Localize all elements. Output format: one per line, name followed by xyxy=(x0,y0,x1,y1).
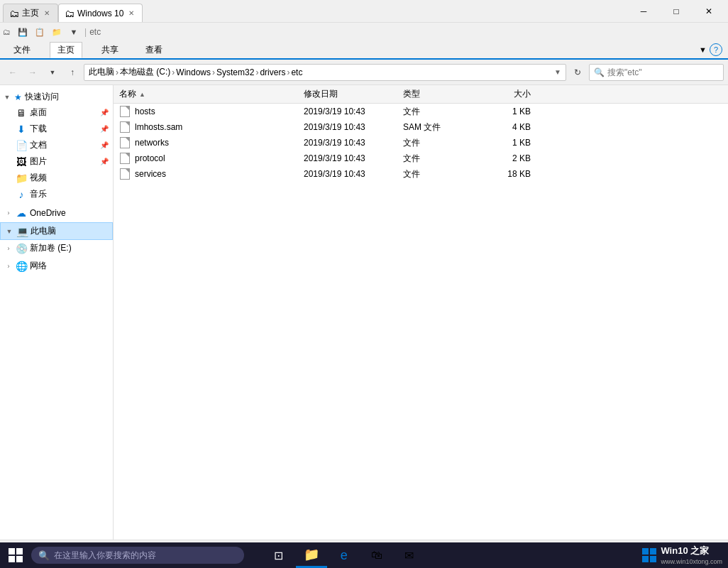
search-box[interactable]: 🔍 xyxy=(589,64,724,81)
file-name-protocol: protocol xyxy=(119,153,304,164)
download-pin-icon: 📌 xyxy=(100,125,109,133)
path-etc[interactable]: etc xyxy=(291,67,302,77)
sidebar: ▼ ★ 快速访问 🖥 桌面 📌 ⬇ 下载 📌 📄 文档 📌 xyxy=(0,85,114,540)
sidebar-item-onedrive[interactable]: › ☁ OneDrive xyxy=(0,205,113,221)
close-button[interactable]: ✕ xyxy=(693,0,725,23)
sidebar-desktop-label: 桌面 xyxy=(30,106,97,119)
tab-windows10-label: Windows 10 xyxy=(77,9,123,18)
sidebar-item-edrive[interactable]: › 💿 新加卷 (E:) xyxy=(0,240,113,256)
path-dropdown-arrow[interactable]: ▼ xyxy=(554,68,561,76)
quick-copy-btn[interactable]: 📋 xyxy=(32,24,48,40)
quick-access-header[interactable]: ▼ ★ 快速访问 xyxy=(0,88,113,104)
path-sep-1: › xyxy=(116,67,118,77)
path-windows[interactable]: Windows xyxy=(176,67,211,77)
title-bar: 🗂 主页 ✕ 🗂 Windows 10 ✕ ─ □ ✕ xyxy=(0,0,728,23)
file-type-hosts: 文件 xyxy=(403,106,474,118)
ribbon-tab-view[interactable]: 查看 xyxy=(138,42,170,58)
quick-save-btn[interactable]: 💾 xyxy=(15,24,31,40)
ribbon-tab-file[interactable]: 文件 xyxy=(6,42,38,58)
file-row-networks[interactable]: networks 2019/3/19 10:43 文件 1 KB xyxy=(114,135,728,151)
onedrive-icon: ☁ xyxy=(16,207,27,219)
sidebar-item-thispc[interactable]: ▼ 💻 此电脑 xyxy=(0,222,113,240)
taskbar-search-icon: 🔍 xyxy=(38,550,50,561)
sidebar-item-download[interactable]: ⬇ 下载 📌 xyxy=(11,121,113,137)
quick-access-expand: ▼ xyxy=(3,93,11,102)
pics-pin-icon: 📌 xyxy=(100,158,109,165)
tab-home-label: 主页 xyxy=(22,7,39,19)
sidebar-item-videos[interactable]: 📁 视频 xyxy=(11,170,113,186)
search-input[interactable] xyxy=(607,67,719,77)
file-type-services: 文件 xyxy=(403,168,474,180)
col-date-label: 修改日期 xyxy=(304,89,338,99)
path-drivers[interactable]: drivers xyxy=(260,67,285,77)
file-size-networks: 1 KB xyxy=(474,138,531,148)
file-icon-hosts xyxy=(119,106,131,117)
forward-btn[interactable]: → xyxy=(24,64,41,81)
pics-icon: 🖼 xyxy=(16,156,27,168)
explorer-btn[interactable]: 📁 xyxy=(296,542,327,568)
col-date-header[interactable]: 修改日期 xyxy=(304,88,403,100)
back-btn[interactable]: ← xyxy=(4,64,21,81)
address-input[interactable]: 此电脑 › 本地磁盘 (C:) › Windows › System32 › d… xyxy=(84,64,566,81)
file-date-hosts: 2019/3/19 10:43 xyxy=(304,106,403,116)
file-row-lmhosts[interactable]: lmhosts.sam 2019/3/19 10:43 SAM 文件 4 KB xyxy=(114,119,728,135)
tab-home[interactable]: 🗂 主页 ✕ xyxy=(3,4,58,22)
tab-windows10[interactable]: 🗂 Windows 10 ✕ xyxy=(58,4,143,22)
edge-btn[interactable]: e xyxy=(329,542,360,568)
taskview-icon: ⊡ xyxy=(274,549,283,562)
path-c-drive[interactable]: 本地磁盘 (C:) xyxy=(120,66,170,78)
file-name-lmhosts: lmhosts.sam xyxy=(119,121,304,133)
file-row-hosts[interactable]: hosts 2019/3/19 10:43 文件 1 KB xyxy=(114,104,728,119)
title-bar-tabs: 🗂 主页 ✕ 🗂 Windows 10 ✕ xyxy=(3,0,627,22)
path-this-pc[interactable]: 此电脑 xyxy=(89,66,114,78)
file-label-lmhosts: lmhosts.sam xyxy=(135,122,182,132)
tab-home-close[interactable]: ✕ xyxy=(42,9,52,18)
sidebar-item-music[interactable]: ♪ 音乐 xyxy=(11,186,113,202)
sidebar-docs-label: 文档 xyxy=(30,139,97,151)
docs-pin-icon: 📌 xyxy=(100,141,109,149)
mail-icon: ✉ xyxy=(404,549,414,562)
sidebar-music-label: 音乐 xyxy=(30,188,109,200)
sidebar-item-network[interactable]: › 🌐 网络 xyxy=(0,258,113,274)
store-btn[interactable]: 🛍 xyxy=(361,542,392,568)
file-size-protocol: 2 KB xyxy=(474,153,531,163)
col-name-label: 名称 xyxy=(119,88,136,100)
taskbar-search[interactable]: 🔍 在这里输入你要搜索的内容 xyxy=(31,547,244,564)
col-size-header[interactable]: 大小 xyxy=(474,88,531,100)
col-name-header[interactable]: 名称 ▲ xyxy=(119,88,304,100)
sidebar-item-desktop[interactable]: 🖥 桌面 📌 xyxy=(11,104,113,121)
file-label-networks: networks xyxy=(135,138,169,148)
mail-btn[interactable]: ✉ xyxy=(394,542,425,568)
address-path: 此电脑 › 本地磁盘 (C:) › Windows › System32 › d… xyxy=(89,66,553,78)
start-button[interactable] xyxy=(0,542,31,568)
col-type-header[interactable]: 类型 xyxy=(403,88,474,100)
taskview-btn[interactable]: ⊡ xyxy=(263,542,294,568)
quick-folder-btn[interactable]: 📁 xyxy=(49,24,65,40)
quick-dropdown[interactable]: ▼ xyxy=(66,24,82,40)
sidebar-item-pics[interactable]: 🖼 图片 📌 xyxy=(11,153,113,170)
help-icon[interactable]: ? xyxy=(710,43,722,56)
store-icon: 🛍 xyxy=(371,549,382,562)
recent-btn[interactable]: ▼ xyxy=(44,64,61,81)
tab-windows10-close[interactable]: ✕ xyxy=(126,9,136,18)
brand-text: Win10 之家 www.win10xtong.com xyxy=(661,545,722,567)
maximize-button[interactable]: □ xyxy=(660,0,693,23)
expand-icon[interactable]: ▼ xyxy=(699,45,707,54)
file-label-protocol: protocol xyxy=(135,153,165,163)
sidebar-pics-label: 图片 xyxy=(30,155,97,168)
up-btn[interactable]: ↑ xyxy=(64,64,81,81)
ribbon-tab-home[interactable]: 主页 xyxy=(50,42,82,58)
ribbon-tab-share[interactable]: 共享 xyxy=(94,42,126,58)
file-icon-lmhosts xyxy=(119,121,131,133)
current-folder-label: etc xyxy=(89,27,101,37)
file-name-services: services xyxy=(119,168,304,180)
music-icon: ♪ xyxy=(16,189,27,200)
search-icon: 🔍 xyxy=(594,67,605,77)
ribbon-tabs: 文件 主页 共享 查看 ▼ ? xyxy=(0,41,728,60)
file-row-protocol[interactable]: protocol 2019/3/19 10:43 文件 2 KB xyxy=(114,151,728,166)
refresh-btn[interactable]: ↻ xyxy=(569,64,586,81)
path-system32[interactable]: System32 xyxy=(216,67,254,77)
minimize-button[interactable]: ─ xyxy=(627,0,660,23)
sidebar-item-docs[interactable]: 📄 文档 📌 xyxy=(11,137,113,153)
file-row-services[interactable]: services 2019/3/19 10:43 文件 18 KB xyxy=(114,166,728,182)
